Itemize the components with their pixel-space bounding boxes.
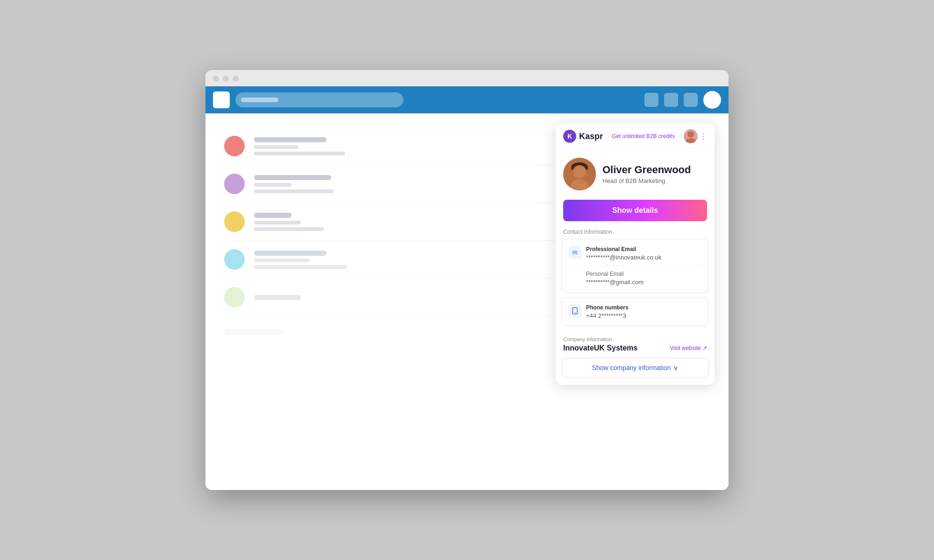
kaspr-panel: K Kaspr Get unlimited B2B credits ⋮ (556, 123, 715, 385)
show-details-button[interactable]: Show details (563, 200, 707, 221)
nav-icons (644, 91, 721, 109)
profile-avatar (563, 158, 596, 190)
kaspr-logo: K Kaspr (563, 130, 603, 143)
sub-bar (254, 259, 310, 262)
extra-bar (254, 189, 333, 193)
kaspr-header-right: ⋮ (684, 129, 707, 143)
profile-info: Oliver Greenwood Head of B2B Marketing (602, 164, 707, 184)
personal-email-label: Personal Email (586, 271, 702, 277)
sub-bar (254, 221, 301, 224)
professional-email-value: **********@innovateuk.co.uk (586, 254, 702, 261)
name-bar (254, 295, 301, 300)
kaspr-user-avatar[interactable] (684, 129, 698, 143)
chevron-down-icon: ∨ (673, 364, 678, 371)
name-bar (254, 137, 326, 142)
avatar (224, 211, 245, 232)
profile-name: Oliver Greenwood (602, 164, 707, 176)
professional-email-label: Professional Email (586, 246, 702, 252)
browser-chrome (205, 70, 729, 86)
name-bar (224, 329, 285, 335)
maximize-button[interactable] (233, 76, 239, 82)
sub-bar (254, 183, 291, 187)
browser-logo (213, 91, 230, 108)
credits-link[interactable]: Get unlimited B2B credits (612, 133, 675, 140)
nav-icon-3[interactable] (684, 93, 698, 107)
kaspr-header: K Kaspr Get unlimited B2B credits ⋮ (556, 123, 715, 148)
name-bar (254, 251, 326, 256)
kaspr-profile: Oliver Greenwood Head of B2B Marketing (556, 148, 715, 198)
avatar (224, 287, 245, 308)
company-name: InnovateUK Systems (563, 344, 637, 352)
name-bar (254, 175, 331, 180)
svg-point-5 (573, 165, 586, 178)
phone-icon (568, 304, 581, 317)
traffic-lights (213, 76, 721, 82)
email-icon: ✉ (568, 246, 581, 259)
svg-point-1 (685, 138, 696, 143)
professional-email-item: ✉ Professional Email **********@innovate… (568, 246, 702, 261)
extra-bar (254, 227, 324, 231)
close-button[interactable] (213, 76, 219, 82)
kaspr-logo-icon: K (563, 130, 576, 143)
url-bar[interactable] (235, 92, 403, 107)
phone-details: Phone numbers +44 2*********3 (586, 304, 702, 319)
personal-email-value: **********@gmail.com (586, 279, 702, 286)
company-section-label: Company information (563, 336, 707, 342)
sub-bar (254, 145, 298, 149)
extra-bar (254, 152, 345, 155)
url-text (241, 98, 278, 102)
svg-point-8 (574, 312, 575, 313)
phone-value: +44 2*********3 (586, 312, 702, 319)
email-divider (568, 266, 702, 266)
nav-icon-2[interactable] (664, 93, 678, 107)
minimize-button[interactable] (223, 76, 229, 82)
company-section: Company information InnovateUK Systems V… (556, 331, 715, 352)
extra-bar (254, 265, 347, 269)
phone-item: Phone numbers +44 2*********3 (568, 304, 702, 319)
svg-point-0 (687, 131, 694, 138)
browser-window: K Kaspr Get unlimited B2B credits ⋮ (205, 70, 729, 490)
kaspr-logo-letter: K (567, 133, 572, 140)
kaspr-logo-text: Kaspr (579, 132, 603, 141)
avatar (224, 174, 245, 194)
avatar (224, 249, 245, 270)
browser-toolbar (205, 86, 729, 113)
company-row: InnovateUK Systems Visit website ↗ (563, 344, 707, 352)
browser-content: K Kaspr Get unlimited B2B credits ⋮ (205, 113, 729, 490)
visit-website-link[interactable]: Visit website ↗ (670, 345, 707, 351)
show-company-button[interactable]: Show company information ∨ (561, 358, 709, 378)
email-card: ✉ Professional Email **********@innovate… (561, 239, 709, 293)
contact-section-label: Contact Information (556, 229, 715, 239)
phone-label: Phone numbers (586, 304, 702, 311)
kaspr-menu-icon[interactable]: ⋮ (700, 132, 707, 141)
avatar (224, 136, 245, 156)
phone-card: Phone numbers +44 2*********3 (561, 297, 709, 326)
profile-title: Head of B2B Marketing (602, 177, 707, 184)
professional-email-details: Professional Email **********@innovateuk… (586, 246, 702, 261)
personal-email-item: Personal Email **********@gmail.com (568, 271, 702, 286)
name-bar (254, 213, 291, 218)
user-avatar[interactable] (703, 91, 721, 109)
show-company-label: Show company information (592, 364, 671, 371)
nav-icon-1[interactable] (644, 93, 658, 107)
personal-email-details: Personal Email **********@gmail.com (586, 271, 702, 286)
